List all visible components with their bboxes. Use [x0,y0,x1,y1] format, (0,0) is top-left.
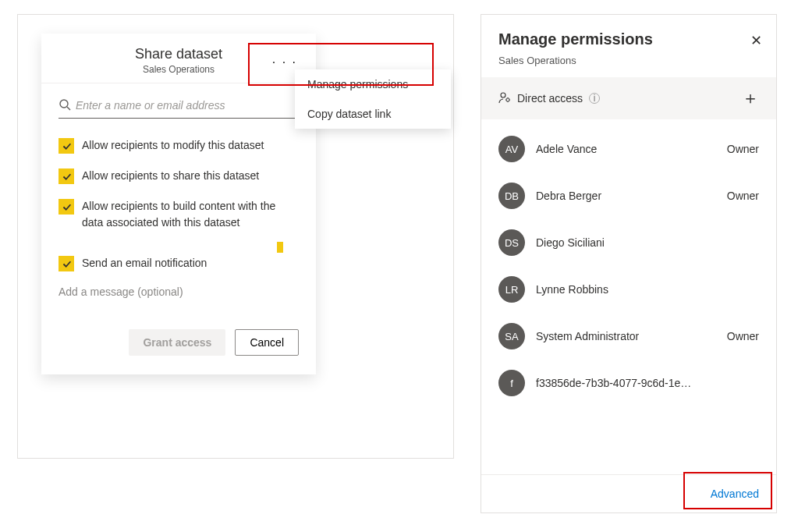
user-name: Debra Berger [536,190,601,202]
user-name: System Administrator [536,330,639,342]
perm-header: Manage permissions Sales Operations ✕ [481,15,776,77]
check-modify[interactable]: Allow recipients to modify this dataset [59,137,299,154]
user-list: AVAdele VanceOwnerDBDebra BergerOwnerDSD… [481,119,776,474]
context-menu: Manage permissions Copy dataset link [295,69,451,129]
check-build[interactable]: Allow recipients to build content with t… [59,198,299,231]
check-email-label: Send an email notification [82,255,207,271]
button-row: Grant access Cancel [59,329,299,356]
check-share-label: Allow recipients to share this dataset [82,168,259,184]
user-role: Owner [727,143,759,155]
user-name: Lynne Robbins [536,283,608,296]
perm-title: Manage permissions [498,30,759,48]
recipient-search-row[interactable] [59,94,299,119]
user-row[interactable]: ff33856de-7b3b-4077-9c6d-1e… [481,360,776,406]
user-row[interactable]: AVAdele VanceOwner [481,126,776,172]
user-row[interactable]: DBDebra BergerOwner [481,172,776,219]
message-input[interactable]: Add a message (optional) [59,286,299,298]
close-button[interactable]: ✕ [750,32,762,49]
avatar: DB [498,183,525,209]
cursor-caret [277,242,283,253]
check-build-label: Allow recipients to build content with t… [82,198,299,231]
cancel-button[interactable]: Cancel [235,329,299,356]
user-role: Owner [727,330,759,342]
avatar: DS [498,229,525,256]
avatar: SA [498,323,525,349]
more-icon: · · · [272,55,297,69]
add-user-button[interactable]: ＋ [742,87,759,110]
avatar: AV [498,136,525,162]
grant-access-button[interactable]: Grant access [129,329,225,356]
manage-permissions-panel: Manage permissions Sales Operations ✕ Di… [481,14,777,513]
check-email[interactable]: Send an email notification [59,255,299,271]
share-dataset-dialog: Share dataset Sales Operations · · · All… [41,34,316,374]
user-name: Adele Vance [536,143,597,155]
check-modify-label: Allow recipients to modify this dataset [82,137,264,154]
direct-access-section: Direct access i ＋ [481,77,776,119]
avatar: f [498,370,525,396]
user-name: f33856de-7b3b-4077-9c6d-1e… [536,377,691,389]
share-body: Allow recipients to modify this dataset … [41,83,316,374]
ctx-copy-link[interactable]: Copy dataset link [295,99,451,129]
section-label: Direct access [517,92,583,105]
search-icon [59,98,73,113]
info-icon[interactable]: i [589,93,600,104]
checkbox-icon [59,256,74,271]
checkbox-icon [59,168,74,184]
user-row[interactable]: DSDiego Siciliani [481,219,776,266]
avatar: LR [498,276,525,303]
user-row[interactable]: LRLynne Robbins [481,266,776,313]
check-share[interactable]: Allow recipients to share this dataset [59,168,299,184]
checkbox-icon [59,138,74,154]
user-row[interactable]: SASystem AdministratorOwner [481,313,776,360]
plus-icon: ＋ [742,88,759,108]
share-header: Share dataset Sales Operations · · · [41,34,316,83]
svg-point-2 [501,93,505,98]
perm-subtitle: Sales Operations [498,55,759,66]
user-name: Diego Siciliani [536,236,605,249]
svg-line-1 [67,107,70,110]
ctx-manage-permissions[interactable]: Manage permissions [295,69,451,99]
user-role: Owner [727,190,759,202]
share-panel-frame: Share dataset Sales Operations · · · All… [17,14,454,459]
svg-point-0 [60,100,68,108]
recipient-input[interactable] [73,98,299,113]
checkbox-icon [59,199,74,215]
people-settings-icon [498,91,511,106]
close-icon: ✕ [750,33,762,48]
perm-footer: Advanced [481,474,776,512]
advanced-link[interactable]: Advanced [711,488,759,500]
